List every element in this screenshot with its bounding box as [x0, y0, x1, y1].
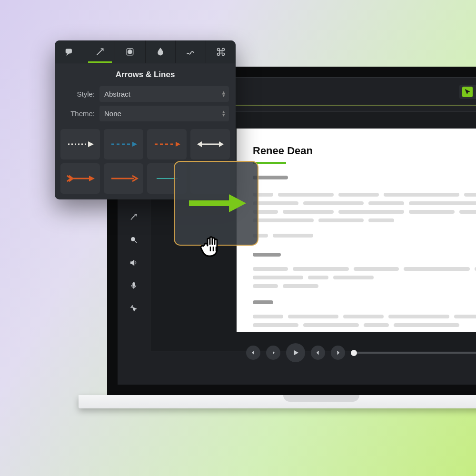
- text-placeholder: [253, 234, 476, 238]
- volume-tool[interactable]: [128, 257, 139, 268]
- text-placeholder: [253, 315, 476, 318]
- arrow-swatch-dotted-white[interactable]: [60, 129, 100, 159]
- canvas-heading: Renee Dean: [253, 145, 476, 157]
- arrow-swatch-dashed-blue[interactable]: [104, 129, 143, 159]
- arrow-swatch-dashed-orange[interactable]: [147, 129, 187, 159]
- svg-point-13: [128, 50, 132, 53]
- text-placeholder: [253, 300, 273, 304]
- text-placeholder: [253, 193, 476, 197]
- tab-shortcuts[interactable]: [206, 40, 236, 63]
- step-back-button[interactable]: [246, 346, 260, 360]
- tab-arrows[interactable]: [85, 40, 116, 63]
- heading-underline: [253, 162, 286, 164]
- microphone-tool[interactable]: [128, 280, 139, 291]
- svg-rect-5: [133, 282, 135, 287]
- left-tool-strip: [128, 211, 139, 314]
- style-select[interactable]: Abstract: [99, 86, 229, 102]
- tab-shapes[interactable]: [115, 40, 146, 63]
- text-placeholder: [253, 323, 476, 327]
- laptop-base: [79, 395, 476, 408]
- play-button[interactable]: [286, 343, 305, 362]
- laptop-notch: [283, 395, 359, 402]
- chevron-updown-icon: ▴▾: [222, 110, 225, 117]
- select-tool[interactable]: [462, 87, 473, 97]
- tab-blur[interactable]: [146, 40, 176, 63]
- theme-select[interactable]: None: [99, 106, 229, 121]
- arrow-swatch-double-white[interactable]: [190, 129, 230, 159]
- grab-cursor-icon: [200, 232, 227, 257]
- text-placeholder: [253, 201, 476, 205]
- click-tool[interactable]: [128, 303, 139, 314]
- step-forward-button[interactable]: [266, 346, 280, 360]
- arrow-swatch-thin-orange[interactable]: [104, 163, 143, 194]
- text-placeholder: [253, 218, 476, 222]
- panel-tab-bar: a: [55, 40, 236, 63]
- text-placeholder: [253, 276, 476, 279]
- target-tool[interactable]: [128, 234, 139, 246]
- playback-bar: [237, 340, 476, 366]
- text-placeholder: [253, 284, 476, 288]
- tab-draw[interactable]: [176, 40, 206, 63]
- chevron-updown-icon: ▴▾: [222, 90, 225, 98]
- svg-line-11: [97, 49, 103, 55]
- document-canvas[interactable]: Renee Dean: [237, 129, 476, 332]
- next-button[interactable]: [331, 346, 345, 360]
- style-label: Style:: [61, 90, 95, 98]
- text-placeholder: [253, 253, 281, 257]
- tab-callout[interactable]: a: [55, 40, 85, 63]
- theme-label: Theme:: [61, 109, 95, 118]
- text-placeholder: [253, 267, 476, 271]
- timeline-track[interactable]: [351, 352, 476, 354]
- panel-title: Arrows & Lines: [55, 63, 236, 84]
- arrow-swatch-feather-orange[interactable]: [60, 163, 100, 194]
- svg-point-4: [131, 238, 135, 241]
- text-placeholder: [253, 210, 476, 214]
- timeline-knob[interactable]: [351, 350, 357, 356]
- canvas-mode-toolbar: [459, 85, 476, 99]
- prev-button[interactable]: [311, 346, 325, 360]
- annotate-arrow-tool[interactable]: [128, 211, 139, 223]
